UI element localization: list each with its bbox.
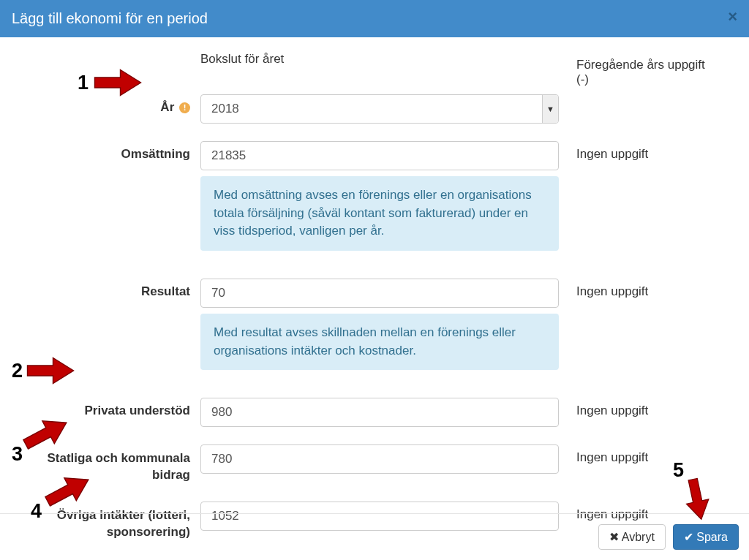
turnover-input[interactable]: [200, 141, 559, 170]
side-column-header: Föregående års uppgift (-): [559, 52, 720, 87]
check-icon: ✔: [684, 530, 693, 544]
field-column-header: Bokslut för året: [200, 52, 559, 67]
close-icon[interactable]: ×: [728, 7, 737, 26]
turnover-prev: Ingen uppgift: [559, 141, 720, 162]
gov-grants-prev: Ingen uppgift: [559, 444, 720, 465]
result-prev: Ingen uppgift: [559, 279, 720, 299]
turnover-label: Omsättning: [18, 141, 200, 162]
cancel-button[interactable]: ✖Avbryt: [598, 524, 666, 550]
year-select[interactable]: [200, 94, 559, 124]
gov-grants-label: Statliga och kommunala bidrag: [18, 444, 200, 484]
warning-icon[interactable]: !: [179, 102, 190, 113]
cancel-label: Avbryt: [622, 531, 655, 543]
modal-title: Lägg till ekonomi för en period: [12, 10, 737, 27]
turnover-help: Med omsättning avses en förenings eller …: [200, 176, 559, 251]
modal-body: Bokslut för året Föregående års uppgift …: [0, 37, 749, 560]
private-support-prev: Ingen uppgift: [559, 398, 720, 418]
year-label: År: [160, 100, 174, 114]
private-support-label: Privata understöd: [18, 398, 200, 418]
result-label: Resultat: [18, 279, 200, 299]
result-help: Med resultat avses skillnaden mellan en …: [200, 314, 559, 370]
modal-header: Lägg till ekonomi för en period ×: [0, 0, 749, 37]
save-button[interactable]: ✔Spara: [673, 524, 739, 550]
result-input[interactable]: [200, 279, 559, 308]
private-support-input[interactable]: [200, 398, 559, 427]
close-icon: ✖: [609, 530, 619, 544]
save-label: Spara: [696, 531, 728, 543]
gov-grants-input[interactable]: [200, 444, 559, 474]
modal-footer: ✖Avbryt ✔Spara: [0, 513, 749, 560]
